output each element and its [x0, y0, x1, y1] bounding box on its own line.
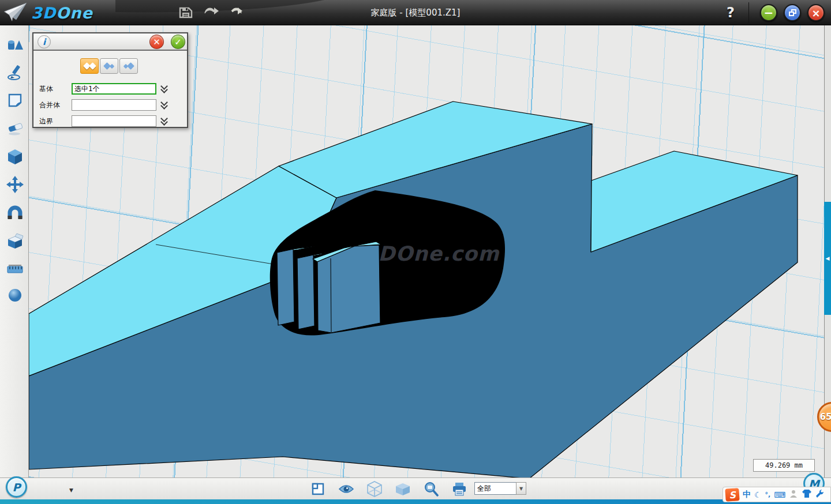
model-plates[interactable] — [277, 242, 381, 333]
ime-toolbar: S 中 ☾ °, ⌨ — [723, 487, 831, 502]
info-icon[interactable]: i — [38, 35, 51, 48]
restore-icon — [789, 9, 796, 16]
field-label: 基体 — [39, 84, 72, 94]
print-button[interactable] — [450, 480, 469, 498]
dialog-header: i ✕ ✓ — [33, 33, 187, 51]
ruler-icon — [6, 262, 24, 274]
chevron-double-down-icon[interactable] — [161, 116, 169, 126]
field-label: 边界 — [39, 116, 72, 126]
eraser-icon — [6, 121, 24, 136]
display-filter: ▼ — [474, 482, 526, 495]
visibility-button[interactable] — [337, 480, 355, 498]
sidebar-item-move[interactable] — [6, 175, 24, 194]
magnet-icon — [6, 205, 24, 221]
ime-settings-wrench-icon[interactable] — [815, 489, 825, 501]
boolean-intersect-button[interactable] — [119, 58, 138, 74]
diamond-icon — [127, 62, 134, 70]
sheet-icon — [7, 92, 23, 108]
corner-view-button[interactable] — [309, 480, 327, 498]
zoom-view-button[interactable] — [422, 480, 440, 498]
open-box-icon — [6, 232, 24, 249]
diamond-icon — [89, 62, 96, 70]
boolean-mode-toggles — [80, 58, 138, 74]
minimize-button[interactable]: − — [760, 4, 777, 21]
redo-icon — [227, 5, 243, 20]
app-window: 3DOne 家庭版 - [模型001.Z1] — [0, 0, 831, 504]
zoom-view-icon — [424, 482, 439, 497]
close-button[interactable]: × — [807, 4, 825, 21]
ime-lang-toggle[interactable]: 中 — [743, 490, 751, 500]
primitives-icon — [6, 37, 24, 53]
help-button[interactable]: ? — [721, 3, 740, 22]
tool-sidebar — [0, 25, 29, 477]
boundary-input[interactable] — [72, 115, 156, 127]
field-row-base: 基体 — [39, 82, 169, 95]
boolean-subtract-button[interactable] — [100, 58, 118, 74]
panel-expand-tab[interactable]: ◀ — [824, 202, 831, 315]
sidebar-item-cube[interactable] — [6, 148, 24, 166]
visibility-eye-icon — [338, 483, 354, 495]
move-icon — [6, 176, 24, 193]
undo-button[interactable] — [202, 3, 220, 22]
ime-keyboard-icon[interactable]: ⌨ — [774, 490, 785, 499]
properties-quick-button[interactable]: P — [6, 476, 27, 498]
field-row-merge: 合并体 — [39, 99, 169, 111]
redo-button[interactable] — [226, 3, 244, 22]
view-toolbar: ▼ — [0, 477, 831, 499]
sidebar-item-sheet[interactable] — [6, 91, 24, 110]
ime-person-icon[interactable] — [789, 489, 798, 501]
dialog-cancel-button[interactable]: ✕ — [149, 35, 164, 49]
title-bar: 3DOne 家庭版 - [模型001.Z1] — [0, 0, 831, 25]
diamond-icon — [110, 63, 114, 68]
dimension-readout: 49.269 mm — [753, 459, 815, 472]
chevron-double-down-icon[interactable] — [161, 84, 169, 93]
ime-skin-icon[interactable] — [802, 489, 812, 501]
shaded-view-button[interactable] — [394, 480, 412, 498]
sidebar-item-open-box[interactable] — [6, 231, 24, 250]
sidebar-item-magnet[interactable] — [6, 204, 24, 222]
chevron-left-icon: ◀ — [826, 255, 830, 261]
merge-body-input[interactable] — [72, 99, 156, 111]
save-button[interactable] — [177, 3, 195, 22]
display-filter-value[interactable] — [474, 482, 516, 495]
titlebar-separator — [748, 2, 749, 23]
window-title: 家庭版 - [模型001.Z1] — [0, 0, 831, 25]
wireframe-cube-icon — [367, 481, 382, 497]
ime-moon-icon[interactable]: ☾ — [754, 490, 762, 499]
restore-button[interactable] — [784, 4, 801, 21]
ime-punctuation-toggle[interactable]: °, — [765, 491, 771, 498]
ime-logo-icon[interactable]: S — [725, 488, 739, 502]
sidebar-item-sphere[interactable] — [6, 286, 24, 304]
base-body-input[interactable] — [72, 83, 156, 95]
cube-icon — [7, 148, 23, 166]
wireframe-button[interactable] — [365, 480, 384, 498]
sidebar-item-sketch[interactable] — [6, 63, 24, 82]
sketch-icon — [6, 64, 24, 81]
dropdown-arrow-icon[interactable]: ▼ — [516, 482, 526, 495]
save-icon — [179, 6, 193, 20]
undo-icon — [203, 5, 219, 20]
chevron-double-down-icon[interactable] — [161, 100, 169, 110]
sidebar-item-primitives[interactable] — [6, 36, 24, 54]
field-label: 合并体 — [39, 100, 72, 110]
dialog-confirm-button[interactable]: ✓ — [171, 35, 185, 49]
command-dialog: i ✕ ✓ 基体 合并体 边界 — [32, 32, 188, 128]
corner-view-icon — [311, 482, 325, 496]
p-dropdown-arrow-icon[interactable]: ▼ — [69, 487, 73, 493]
print-icon — [452, 482, 467, 497]
shaded-cube-icon — [395, 482, 410, 496]
field-row-boundary: 边界 — [39, 115, 169, 127]
bottom-status-strip — [0, 499, 831, 504]
boolean-add-button[interactable] — [80, 58, 99, 74]
sidebar-item-ruler[interactable] — [6, 259, 24, 277]
sidebar-item-eraser[interactable] — [6, 119, 24, 138]
sphere-icon — [7, 287, 23, 303]
